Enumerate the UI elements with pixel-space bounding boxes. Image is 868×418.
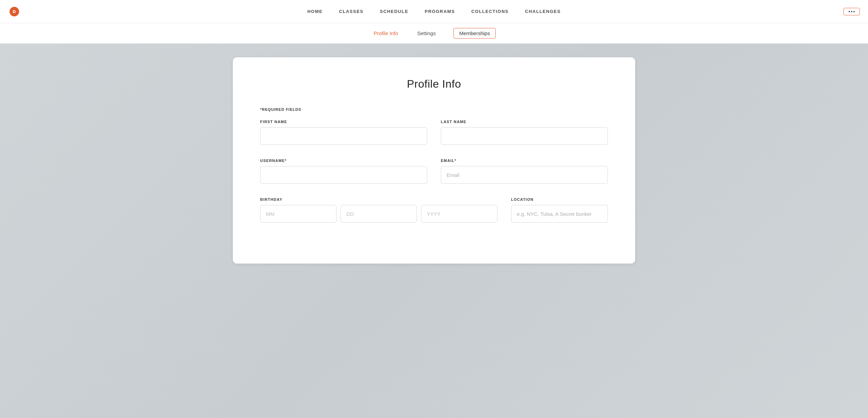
location-label: LOCATION <box>511 197 608 201</box>
nav-home[interactable]: HOME <box>307 9 323 14</box>
username-group: USERNAME* <box>260 159 427 184</box>
name-row: FIRST NAME LAST NAME <box>260 120 608 145</box>
username-label: USERNAME* <box>260 159 427 163</box>
nav-links: HOME CLASSES SCHEDULE PROGRAMS COLLECTIO… <box>307 9 560 14</box>
first-name-group: FIRST NAME <box>260 120 427 145</box>
nav-challenges[interactable]: CHALLENGES <box>525 9 561 14</box>
location-group: LOCATION <box>511 197 608 223</box>
birthday-group: BIRTHDAY <box>260 197 497 223</box>
email-label: EMAIL* <box>441 159 608 163</box>
more-dot-2 <box>851 11 852 12</box>
location-input[interactable] <box>511 205 608 223</box>
birthday-dd-input[interactable] <box>341 205 417 223</box>
nav-classes[interactable]: CLASSES <box>339 9 363 14</box>
profile-form-card: Profile Info *REQUIRED FIELDS FIRST NAME… <box>233 57 635 264</box>
email-group: EMAIL* <box>441 159 608 184</box>
required-fields-note: *REQUIRED FIELDS <box>260 107 608 111</box>
first-name-input[interactable] <box>260 127 427 145</box>
birthday-yyyy-input[interactable] <box>421 205 497 223</box>
page-content: Profile Info *REQUIRED FIELDS FIRST NAME… <box>0 44 868 418</box>
more-menu-button[interactable] <box>843 8 860 15</box>
more-dot-1 <box>849 11 850 12</box>
top-navigation: HOME CLASSES SCHEDULE PROGRAMS COLLECTIO… <box>0 0 868 23</box>
nav-collections[interactable]: COLLECTIONS <box>471 9 509 14</box>
tab-profile-info[interactable]: Profile Info <box>372 28 400 39</box>
username-input[interactable] <box>260 166 427 184</box>
nav-programs[interactable]: PROGRAMS <box>425 9 455 14</box>
form-title: Profile Info <box>260 78 608 90</box>
last-name-input[interactable] <box>441 127 608 145</box>
tab-memberships[interactable]: Memberships <box>453 28 496 39</box>
nav-schedule[interactable]: SCHEDULE <box>380 9 408 14</box>
first-name-label: FIRST NAME <box>260 120 427 124</box>
logo[interactable] <box>8 5 20 18</box>
tab-settings[interactable]: Settings <box>416 28 437 39</box>
sub-navigation: Profile Info Settings Memberships <box>0 23 868 44</box>
birthday-location-row: BIRTHDAY LOCATION <box>260 197 608 223</box>
username-email-row: USERNAME* EMAIL* <box>260 159 608 184</box>
email-input[interactable] <box>441 166 608 184</box>
more-dot-3 <box>853 11 855 12</box>
birthday-label: BIRTHDAY <box>260 197 497 201</box>
birthday-mm-input[interactable] <box>260 205 336 223</box>
last-name-group: LAST NAME <box>441 120 608 145</box>
last-name-label: LAST NAME <box>441 120 608 124</box>
birthday-inputs <box>260 205 497 223</box>
